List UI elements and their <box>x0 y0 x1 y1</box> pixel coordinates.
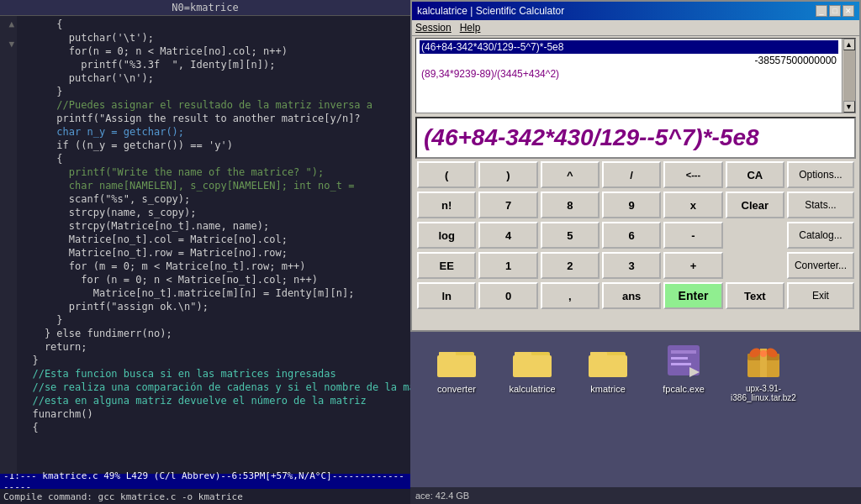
scroll-up-button[interactable]: ▲ <box>843 39 855 50</box>
calc-buttons-area: ( ) ^ / <--- CA Options... n! 7 8 9 x Cl… <box>412 160 859 313</box>
seven-button[interactable]: 7 <box>478 192 537 218</box>
history-item-3[interactable]: (89,34*9239-89)/(3445+434^2) <box>420 67 838 81</box>
editor-titlebar: N0=kmatrice <box>0 0 410 16</box>
plus-button[interactable]: + <box>663 252 722 279</box>
code-line: Matrice[no_t].row = Matrice[no].row; <box>20 246 407 260</box>
desktop-icon-kmatrice[interactable]: kmatrice <box>578 340 637 394</box>
calculator-window: kalculatrice | Scientific Calculator _ □… <box>410 0 861 332</box>
history-scrollbar[interactable]: ▲ ▼ <box>842 39 855 113</box>
scroll-down-button[interactable]: ▼ <box>843 101 855 113</box>
paren-close-button[interactable]: ) <box>478 161 537 188</box>
code-line: } <box>20 85 407 98</box>
code-line: scanf("%s", s_copy); <box>20 192 407 206</box>
menu-session[interactable]: Session <box>415 22 452 34</box>
code-line: { <box>20 152 407 165</box>
code-line: printf("assign ok.\n"); <box>20 300 407 313</box>
editor-statusbar: -1:--- kmatrice.c 49% L429 (C/l Abbrev)-… <box>0 474 410 489</box>
code-line: funarchm() <box>20 407 407 421</box>
power-button[interactable]: ^ <box>541 161 600 188</box>
factorial-button[interactable]: n! <box>417 192 476 218</box>
text-button[interactable]: Text <box>726 282 784 309</box>
cmd-text: Compile command: gcc kmatrice.c -o kmatr… <box>3 491 243 502</box>
history-item-1[interactable]: (46+84-342*430/129--5^7)*-5e8 <box>420 40 838 54</box>
desktop-status-text: ace: 42.4 GB <box>415 491 469 501</box>
svg-rect-8 <box>589 355 627 377</box>
log-button[interactable]: log <box>417 222 476 249</box>
two-button[interactable]: 2 <box>541 252 600 279</box>
comma-button[interactable]: , <box>541 282 600 309</box>
button-row-3: log 4 5 6 - Catalog... <box>417 222 854 249</box>
divide-button[interactable]: / <box>602 161 661 188</box>
nine-button[interactable]: 9 <box>602 192 661 218</box>
code-line: putchar('\t'); <box>20 31 407 45</box>
calc-menubar: Session Help <box>412 20 859 36</box>
one-button[interactable]: 1 <box>478 252 537 279</box>
ee-button[interactable]: EE <box>417 252 476 279</box>
eight-button[interactable]: 8 <box>541 192 600 218</box>
upx-icon <box>743 340 784 381</box>
ca-button[interactable]: CA <box>726 161 784 188</box>
ln-button[interactable]: ln <box>417 282 476 309</box>
desktop: converter kalculatrice kmatr <box>410 332 861 504</box>
code-line: putchar('\n'); <box>20 71 407 85</box>
multiply-button[interactable]: x <box>663 192 722 218</box>
ans-button[interactable]: ans <box>602 282 661 309</box>
minimize-button[interactable]: _ <box>816 5 827 17</box>
code-line: } else fundimerr(no); <box>20 327 407 340</box>
clear-button[interactable]: Clear <box>726 192 784 218</box>
kmatrice-icon <box>588 340 628 381</box>
history-item-2[interactable]: -38557500000000 <box>420 54 838 67</box>
minus-button[interactable]: - <box>663 222 722 249</box>
svg-rect-11 <box>671 357 688 360</box>
editor-cmdbar: Compile command: gcc kmatrice.c -o kmatr… <box>0 489 410 504</box>
four-button[interactable]: 4 <box>478 222 537 249</box>
close-button[interactable]: ✕ <box>843 5 854 17</box>
kmatrice-label: kmatrice <box>590 384 626 394</box>
calc-title: kalculatrice | Scientific Calculator <box>417 5 564 17</box>
exit-button[interactable]: Exit <box>787 282 854 309</box>
desktop-icon-converter[interactable]: converter <box>427 340 486 394</box>
calc-history[interactable]: (46+84-342*430/129--5^7)*-5e8 -385575000… <box>415 38 856 113</box>
stats-button[interactable]: Stats... <box>787 192 854 218</box>
editor-content[interactable]: ▲ ▼ { putchar('\t'); for(n = 0; n < Matr… <box>0 16 410 474</box>
code-lines[interactable]: { putchar('\t'); for(n = 0; n < Matrice[… <box>17 16 410 474</box>
code-line: char name[NAMELEN], s_copy[NAMELEN]; int… <box>20 179 407 192</box>
editor-title: N0=kmatrice <box>172 2 238 13</box>
desktop-icon-upx[interactable]: upx-3.91-i386_linux.tar.bz2 <box>730 340 797 402</box>
backspace-button[interactable]: <--- <box>663 161 722 188</box>
desktop-icon-fpcalc[interactable]: fpcalc.exe <box>654 340 713 394</box>
calc-display: (46+84-342*430/129--5^7)*-5e8 <box>415 117 856 159</box>
paren-open-button[interactable]: ( <box>417 161 476 188</box>
code-line: if ((n_y = getchar()) == 'y') <box>20 139 407 152</box>
menu-help[interactable]: Help <box>460 22 481 34</box>
history-content: (46+84-342*430/129--5^7)*-5e8 -385575000… <box>416 39 842 113</box>
kalculatrice-label: kalculatrice <box>509 384 555 394</box>
code-line: strcpy(name, s_copy); <box>20 206 407 219</box>
catalog-button[interactable]: Catalog... <box>787 222 854 249</box>
code-editor: N0=kmatrice ▲ ▼ { putchar('\t'); for(n =… <box>0 0 410 504</box>
desktop-icon-kalculatrice[interactable]: kalculatrice <box>503 340 562 394</box>
converter-button[interactable]: Converter... <box>787 252 854 279</box>
button-row-5: ln 0 , ans Enter Text Exit <box>417 282 854 309</box>
line-numbers: ▲ ▼ <box>0 16 17 474</box>
maximize-button[interactable]: □ <box>829 5 841 17</box>
code-line: Matrice[no_t].matrice[m][n] = Identy[m][… <box>20 286 407 300</box>
three-button[interactable]: 3 <box>602 252 661 279</box>
code-line: char n_y = getchar(); <box>20 125 407 139</box>
svg-rect-5 <box>513 355 552 377</box>
code-line: Matrice[no_t].col = Matrice[no].col; <box>20 233 407 246</box>
options-button[interactable]: Options... <box>787 161 854 188</box>
six-button[interactable]: 6 <box>602 222 661 249</box>
zero-button[interactable]: 0 <box>478 282 537 309</box>
code-line: } <box>20 313 407 327</box>
calc-title-buttons: _ □ ✕ <box>816 5 854 17</box>
code-line: { <box>20 421 407 434</box>
desktop-icons: converter kalculatrice kmatr <box>410 332 861 411</box>
svg-point-19 <box>760 350 767 357</box>
converter-icon <box>436 340 477 381</box>
display-text: (46+84-342*430/129--5^7)*-5e8 <box>424 124 759 151</box>
enter-button[interactable]: Enter <box>663 282 722 309</box>
fpcalc-icon <box>663 340 704 381</box>
five-button[interactable]: 5 <box>541 222 600 249</box>
code-line: //Puedes asignar el resultado de la matr… <box>20 98 407 112</box>
